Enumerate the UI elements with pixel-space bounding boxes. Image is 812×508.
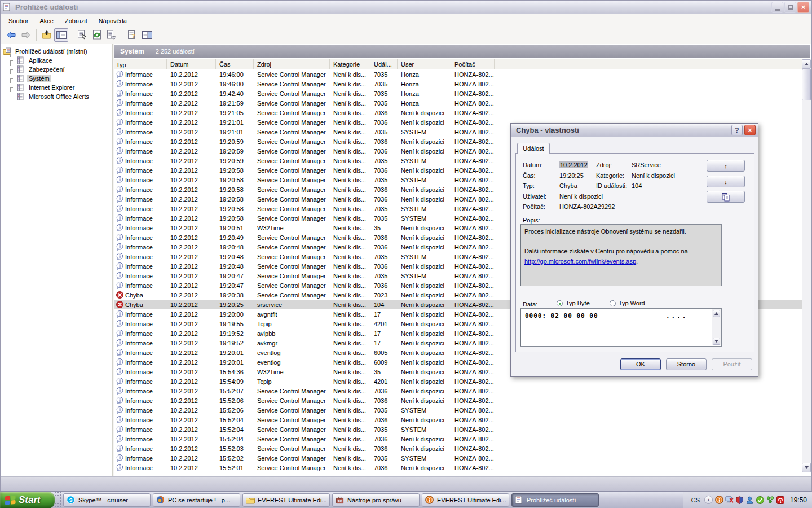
dialog-close-button[interactable]: ×: [744, 125, 756, 135]
event-row[interactable]: Informace10.2.201215:52:01Service Contro…: [114, 463, 802, 472]
event-row[interactable]: Informace10.2.201219:46:00Service Contro…: [114, 69, 802, 79]
event-row[interactable]: Informace10.2.201215:52:06Service Contro…: [114, 396, 802, 405]
event-row[interactable]: Informace10.2.201215:52:02Service Contro…: [114, 453, 802, 463]
next-event-button[interactable]: ↓: [707, 176, 745, 187]
hex-scroll-down-button[interactable]: [713, 338, 720, 345]
event-row[interactable]: Informace10.2.201219:21:05Service Contro…: [114, 108, 802, 117]
event-row[interactable]: Informace10.2.201215:52:04Service Contro…: [114, 434, 802, 444]
column-header[interactable]: Typ: [114, 59, 167, 69]
taskbar-button[interactable]: EVEREST Ultimate Edi...: [422, 493, 509, 507]
event-row[interactable]: Informace10.2.201215:52:03Service Contro…: [114, 444, 802, 453]
tray-chevron-button[interactable]: ‹: [704, 496, 713, 504]
tree-root[interactable]: Prohlížeč událostí (místní): [3, 47, 112, 56]
cell: Informace: [114, 205, 167, 212]
menu-zobrazit[interactable]: Zobrazit: [59, 16, 93, 26]
show-tree-icon[interactable]: [54, 28, 68, 42]
cell: 19:19:55: [216, 321, 254, 327]
scroll-up-button[interactable]: [802, 59, 811, 69]
tree-item-microsoft-office-alerts[interactable]: Microsoft Office Alerts: [10, 92, 112, 101]
column-header[interactable]: Počítač: [451, 59, 495, 69]
taskbar-button[interactable]: EVEREST Ultimate Edi...: [242, 493, 330, 507]
tree-item-system[interactable]: Systém: [10, 74, 112, 83]
event-row[interactable]: Informace10.2.201215:52:04Service Contro…: [114, 424, 802, 434]
cancel-button[interactable]: Storno: [666, 358, 707, 370]
menu-akce[interactable]: Akce: [34, 16, 59, 26]
dialog-help-button[interactable]: ?: [731, 125, 743, 135]
show-panel-icon[interactable]: [140, 28, 154, 42]
radio-typ-word[interactable]: Typ Word: [610, 300, 645, 306]
language-indicator[interactable]: CS: [689, 496, 702, 505]
taskbar-button[interactable]: PC se restartuje ! - p...: [153, 493, 240, 507]
cell: Chyba: [114, 291, 167, 299]
info-icon: [116, 426, 123, 433]
event-row[interactable]: Informace10.2.201215:52:07Service Contro…: [114, 386, 802, 396]
avira-icon[interactable]: [776, 496, 785, 505]
cell: 7035: [370, 407, 398, 414]
event-row[interactable]: Informace10.2.201219:46:00Service Contro…: [114, 79, 802, 89]
close-button[interactable]: ×: [797, 2, 809, 13]
event-row[interactable]: Informace10.2.201215:52:06Service Contro…: [114, 405, 802, 415]
radio-word-icon[interactable]: [610, 300, 616, 306]
security-shield-icon[interactable]: [735, 496, 744, 505]
menu-napoveda[interactable]: Nápověda: [93, 16, 133, 26]
tree-item-zabezpeceni[interactable]: Zabezpečení: [10, 65, 112, 74]
event-row[interactable]: Informace10.2.201215:52:04Service Contro…: [114, 415, 802, 424]
start-button[interactable]: Start: [0, 492, 55, 508]
up-level-icon[interactable]: [39, 28, 54, 42]
tab-udalost[interactable]: Událost: [517, 143, 550, 154]
event-row[interactable]: Informace10.2.201215:54:09TcpipNení k di…: [114, 376, 802, 386]
cell: HONZA-802...: [451, 359, 495, 366]
event-row[interactable]: Informace10.2.201219:21:59Service Contro…: [114, 98, 802, 108]
restore-button[interactable]: [784, 2, 796, 13]
taskbar-button[interactable]: Nástroje pro správu: [332, 493, 420, 507]
cell: 10.2.2012: [167, 417, 216, 423]
properties-icon[interactable]: [75, 28, 89, 42]
column-header[interactable]: Datum: [167, 59, 216, 69]
help-icon[interactable]: ?: [125, 28, 139, 42]
column-header[interactable]: Čas: [216, 59, 254, 69]
column-header[interactable]: Kategorie: [330, 59, 370, 69]
tree-item-aplikace[interactable]: Aplikace: [10, 56, 112, 65]
refresh-icon[interactable]: [90, 28, 104, 42]
everest-info-icon[interactable]: [715, 496, 724, 505]
column-header[interactable]: User: [398, 59, 451, 69]
cell: Není k dis...: [330, 417, 370, 423]
update-ok-icon[interactable]: [756, 496, 765, 505]
taskbar-grip[interactable]: [55, 492, 62, 508]
previous-event-button[interactable]: ↑: [707, 160, 745, 172]
event-row[interactable]: Informace10.2.201219:42:40Service Contro…: [114, 89, 802, 98]
column-header[interactable]: Zdroj: [254, 59, 330, 69]
scroll-down-button[interactable]: [802, 463, 811, 472]
radio-byte-icon[interactable]: [557, 300, 563, 306]
cell: Service Control Manager: [254, 186, 330, 193]
dialog-title-bar[interactable]: Chyba - vlastnosti ? ×: [511, 124, 758, 137]
cell: Service Control Manager: [254, 157, 330, 164]
events-help-link[interactable]: http://go.microsoft.com/fwlink/events.as…: [524, 258, 636, 265]
radio-typ-byte[interactable]: Typ Byte: [557, 300, 590, 306]
menu-soubor[interactable]: Soubor: [3, 16, 34, 26]
cell: Tcpip: [254, 321, 330, 327]
title-bar[interactable]: Prohlížeč událostí ×: [1, 1, 811, 14]
forward-icon[interactable]: [19, 28, 33, 42]
vertical-scrollbar[interactable]: [802, 59, 811, 472]
copy-event-button[interactable]: [707, 191, 745, 203]
event-data-hex[interactable]: 0000: 02 00 00 00 ....: [520, 308, 722, 347]
ok-button[interactable]: OK: [620, 358, 661, 370]
event-description[interactable]: Proces inicializace nástroje Obnovení sy…: [520, 224, 722, 286]
info-icon: [116, 435, 123, 443]
column-header[interactable]: Udál...: [370, 59, 398, 69]
hex-scroll-up-button[interactable]: [713, 310, 720, 317]
hex-scrollbar[interactable]: [712, 309, 721, 345]
taskbar-button[interactable]: Prohlížeč událostí: [511, 493, 599, 507]
taskbar-button[interactable]: SSkype™ - crruiser: [63, 493, 151, 507]
minimize-button[interactable]: [771, 2, 783, 13]
network-icon[interactable]: [766, 496, 775, 505]
back-icon[interactable]: [4, 28, 18, 42]
display-error-icon[interactable]: [725, 496, 734, 505]
export-list-icon[interactable]: [104, 28, 118, 42]
datum-value: 10.2.2012: [559, 161, 588, 168]
cell: HONZA-802...: [451, 196, 495, 203]
tree-item-internet-explorer[interactable]: Internet Explorer: [10, 83, 112, 92]
messenger-user-icon[interactable]: [745, 496, 754, 505]
scroll-thumb[interactable]: [802, 69, 811, 100]
